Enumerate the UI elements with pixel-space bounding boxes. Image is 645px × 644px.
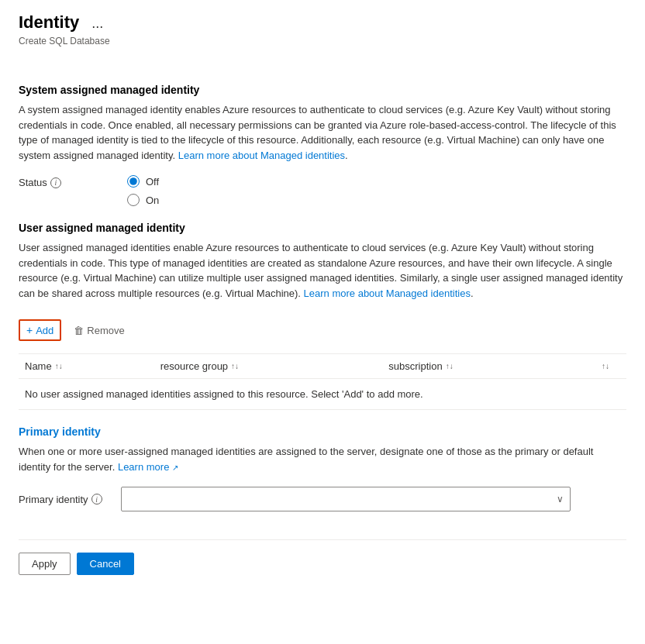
user-assigned-section: User assigned managed identity User assi… [19, 222, 626, 410]
table-empty-message: No user assigned managed identities assi… [19, 379, 626, 409]
user-assigned-description: User assigned managed identities enable … [19, 240, 626, 301]
system-assigned-section: System assigned managed identity A syste… [19, 84, 626, 206]
apply-button[interactable]: Apply [19, 553, 71, 575]
primary-identity-section: Primary identity When one or more user-a… [19, 425, 626, 511]
add-icon: + [26, 324, 33, 336]
external-link-icon: ↗ [172, 463, 178, 472]
sort-sub-icon: ↑↓ [446, 362, 454, 370]
cancel-button[interactable]: Cancel [77, 553, 134, 575]
user-assigned-title: User assigned managed identity [19, 222, 626, 234]
table-header-rg[interactable]: resource group ↑↓ [154, 360, 383, 372]
status-label-text: Status [19, 177, 47, 188]
radio-off-input[interactable] [127, 175, 140, 188]
system-assigned-description: A system assigned managed identity enabl… [19, 102, 626, 163]
user-assigned-table: Name ↑↓ resource group ↑↓ subscription ↑… [19, 353, 626, 410]
table-header-name-label: Name [25, 360, 52, 372]
system-assigned-title: System assigned managed identity [19, 84, 626, 96]
primary-identity-row: Primary identity i ∨ [19, 487, 626, 511]
table-header-sub-label: subscription [388, 360, 442, 372]
radio-on-option[interactable]: On [127, 194, 159, 206]
primary-identity-label: Primary identity i [19, 494, 112, 505]
user-assigned-learn-more-link[interactable]: Learn more about Managed identities [304, 288, 471, 299]
radio-off-option[interactable]: Off [127, 175, 159, 188]
primary-identity-description: When one or more user-assigned managed i… [19, 444, 626, 474]
page-title: Identity [19, 12, 79, 33]
more-options-button[interactable]: ... [91, 15, 103, 32]
table-header: Name ↑↓ resource group ↑↓ subscription ↑… [19, 354, 626, 379]
primary-identity-title: Primary identity [19, 425, 626, 438]
remove-label: Remove [87, 325, 124, 336]
footer-divider [19, 539, 626, 540]
sort-name-icon: ↑↓ [55, 362, 63, 370]
sort-extra-icon: ↑↓ [602, 362, 609, 370]
table-header-rg-label: resource group [160, 360, 228, 372]
system-assigned-learn-more-link[interactable]: Learn more about Managed identities [178, 150, 345, 161]
footer-actions: Apply Cancel [19, 553, 626, 575]
table-header-extra: ↑↓ [595, 360, 626, 372]
sort-rg-icon: ↑↓ [231, 362, 239, 370]
remove-icon: 🗑 [74, 325, 84, 336]
remove-button[interactable]: 🗑 Remove [67, 322, 130, 339]
radio-off-label: Off [146, 176, 159, 188]
table-header-sub[interactable]: subscription ↑↓ [382, 360, 595, 372]
add-button[interactable]: + Add [19, 319, 61, 341]
status-info-icon[interactable]: i [50, 177, 61, 188]
status-radio-group: Off On [127, 175, 159, 206]
table-header-name[interactable]: Name ↑↓ [19, 360, 154, 372]
radio-on-label: On [146, 195, 159, 206]
action-bar: + Add 🗑 Remove [19, 313, 626, 347]
primary-identity-dropdown[interactable]: ∨ [121, 487, 571, 511]
primary-identity-learn-more-link[interactable]: Learn more ↗ [118, 461, 178, 473]
add-label: Add [36, 325, 53, 336]
primary-identity-info-icon[interactable]: i [91, 494, 102, 505]
chevron-down-icon: ∨ [557, 494, 564, 505]
page-subtitle: Create SQL Database [19, 36, 626, 46]
radio-on-input[interactable] [127, 194, 140, 206]
